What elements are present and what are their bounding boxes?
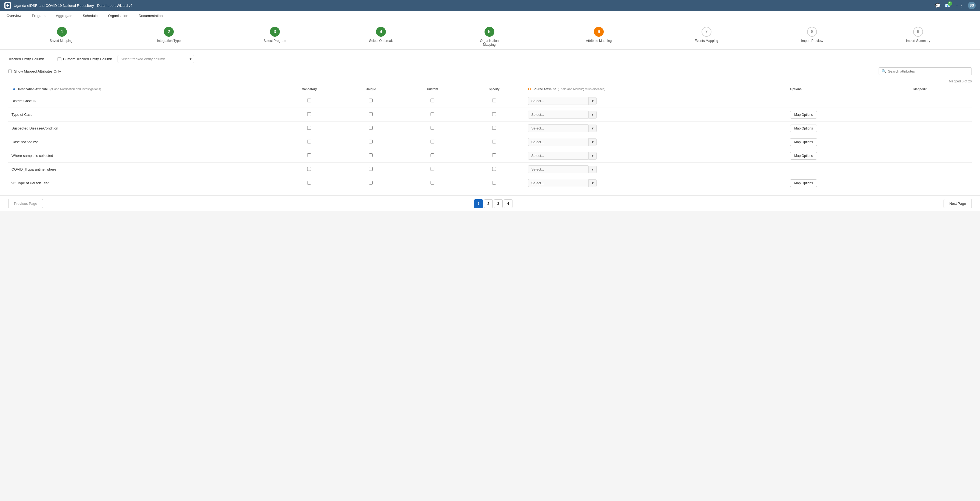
- custom-checkbox-1[interactable]: [431, 112, 434, 116]
- step-4[interactable]: 4 Select Outbreak: [369, 27, 393, 43]
- step-label-6: Attribute Mapping: [586, 39, 612, 43]
- app-title: Uganda eIDSR and COVID 19 National Repos…: [14, 3, 133, 8]
- search-box: 🔍: [878, 67, 972, 75]
- step-8[interactable]: 8 Import Preview: [801, 27, 823, 43]
- source-select-chevron-5[interactable]: ▼: [589, 166, 597, 173]
- mapped-cell-6: [910, 176, 972, 190]
- map-options-button-3[interactable]: Map Options: [790, 138, 817, 146]
- tracked-entity-select[interactable]: Select tracked entity column: [118, 55, 194, 63]
- table-row: Where sample is collected▼Map Options: [8, 149, 972, 163]
- map-options-button-6[interactable]: Map Options: [790, 179, 817, 187]
- source-select-0[interactable]: [528, 97, 589, 105]
- options-cell-6: Map Options: [787, 176, 910, 190]
- custom-checkbox-2[interactable]: [431, 126, 434, 130]
- custom-tracked-entity-checkbox-label[interactable]: Custom Tracked Entity Column: [57, 57, 112, 61]
- apps-icon[interactable]: ⋮⋮: [955, 3, 964, 8]
- source-select-1[interactable]: [528, 111, 589, 119]
- mandatory-checkbox-6[interactable]: [307, 181, 311, 184]
- custom-checkbox-3[interactable]: [431, 140, 434, 143]
- nav-schedule[interactable]: Schedule: [82, 11, 99, 21]
- source-select-chevron-3[interactable]: ▼: [589, 138, 597, 146]
- custom-checkbox-0[interactable]: [431, 98, 434, 102]
- specify-checkbox-4[interactable]: [492, 153, 496, 157]
- nav-overview[interactable]: Overview: [5, 11, 22, 21]
- source-select-5[interactable]: [528, 165, 589, 173]
- specify-checkbox-3[interactable]: [492, 140, 496, 143]
- th-mapped: Mapped?: [910, 84, 972, 94]
- mandatory-checkbox-3[interactable]: [307, 140, 311, 143]
- next-page-button[interactable]: Next Page: [943, 199, 972, 208]
- tracked-entity-select-container: Select tracked entity column ▼: [118, 55, 194, 63]
- mail-icon[interactable]: 📧 2: [945, 3, 950, 8]
- unique-cell-3: [340, 135, 402, 149]
- specify-checkbox-6[interactable]: [492, 181, 496, 184]
- chat-icon[interactable]: 💬: [935, 3, 940, 8]
- show-mapped-label[interactable]: Show Mapped Attributes Only: [8, 69, 61, 73]
- unique-checkbox-6[interactable]: [369, 181, 373, 184]
- source-cell-0: ▼: [525, 94, 787, 108]
- source-select-6[interactable]: [528, 179, 589, 187]
- top-bar-left: Uganda eIDSR and COVID 19 National Repos…: [5, 2, 133, 9]
- specify-checkbox-2[interactable]: [492, 126, 496, 130]
- specify-checkbox-0[interactable]: [492, 98, 496, 102]
- mandatory-checkbox-4[interactable]: [307, 153, 311, 157]
- specify-checkbox-5[interactable]: [492, 167, 496, 171]
- avatar[interactable]: SS: [968, 2, 975, 9]
- unique-checkbox-0[interactable]: [369, 98, 373, 102]
- unique-checkbox-1[interactable]: [369, 112, 373, 116]
- stepper: 1 Saved Mappings 2 Integration Type 3 Se…: [0, 21, 980, 49]
- nav-organisation[interactable]: Organisation: [107, 11, 129, 21]
- nav-aggregate[interactable]: Aggregate: [55, 11, 73, 21]
- nav-documentation[interactable]: Documentation: [138, 11, 164, 21]
- unique-checkbox-2[interactable]: [369, 126, 373, 130]
- source-select-2[interactable]: [528, 124, 589, 132]
- mandatory-checkbox-0[interactable]: [307, 98, 311, 102]
- show-mapped-text: Show Mapped Attributes Only: [14, 69, 61, 73]
- source-cell-5: ▼: [525, 163, 787, 176]
- custom-checkbox-6[interactable]: [431, 181, 434, 184]
- step-circle-6: 6: [594, 27, 604, 37]
- source-select-chevron-6[interactable]: ▼: [589, 179, 597, 187]
- th-src-label: Source Attribute: [533, 87, 556, 90]
- step-5[interactable]: 5 Organisation Mapping: [476, 27, 503, 46]
- step-3[interactable]: 3 Select Program: [264, 27, 286, 43]
- options-cell-5: [787, 163, 910, 176]
- options-cell-1: Map Options: [787, 108, 910, 122]
- map-options-button-4[interactable]: Map Options: [790, 152, 817, 160]
- source-select-chevron-1[interactable]: ▼: [589, 111, 597, 119]
- source-select-4[interactable]: [528, 152, 589, 160]
- step-7[interactable]: 7 Events Mapping: [695, 27, 718, 43]
- top-bar: Uganda eIDSR and COVID 19 National Repos…: [0, 0, 980, 11]
- custom-checkbox-5[interactable]: [431, 167, 434, 171]
- mandatory-checkbox-5[interactable]: [307, 167, 311, 171]
- unique-checkbox-5[interactable]: [369, 167, 373, 171]
- custom-checkbox-4[interactable]: [431, 153, 434, 157]
- show-mapped-checkbox[interactable]: [8, 70, 12, 73]
- step-1[interactable]: 1 Saved Mappings: [49, 27, 74, 43]
- step-label-4: Select Outbreak: [369, 39, 393, 43]
- mandatory-cell-5: [278, 163, 340, 176]
- unique-checkbox-3[interactable]: [369, 140, 373, 143]
- page-4-button[interactable]: 4: [504, 199, 512, 208]
- step-9[interactable]: 9 Import Summary: [906, 27, 931, 43]
- unique-checkbox-4[interactable]: [369, 153, 373, 157]
- step-2[interactable]: 2 Integration Type: [157, 27, 181, 43]
- custom-tracked-entity-checkbox[interactable]: [57, 57, 61, 61]
- specify-checkbox-1[interactable]: [492, 112, 496, 116]
- page-1-button[interactable]: 1: [474, 199, 483, 208]
- step-6[interactable]: 6 Attribute Mapping: [586, 27, 612, 43]
- mandatory-checkbox-2[interactable]: [307, 126, 311, 130]
- source-select-3[interactable]: [528, 138, 589, 146]
- previous-page-button[interactable]: Previous Page: [8, 199, 43, 208]
- source-select-chevron-0[interactable]: ▼: [589, 97, 597, 105]
- nav-program[interactable]: Program: [31, 11, 46, 21]
- source-select-chevron-4[interactable]: ▼: [589, 152, 597, 160]
- page-2-button[interactable]: 2: [484, 199, 493, 208]
- page-3-button[interactable]: 3: [494, 199, 503, 208]
- tracked-entity-label: Tracked Entity Column: [8, 57, 52, 61]
- source-select-chevron-2[interactable]: ▼: [589, 125, 597, 132]
- map-options-button-1[interactable]: Map Options: [790, 111, 817, 119]
- map-options-button-2[interactable]: Map Options: [790, 125, 817, 132]
- mandatory-checkbox-1[interactable]: [307, 112, 311, 116]
- search-attributes-input[interactable]: [888, 69, 969, 73]
